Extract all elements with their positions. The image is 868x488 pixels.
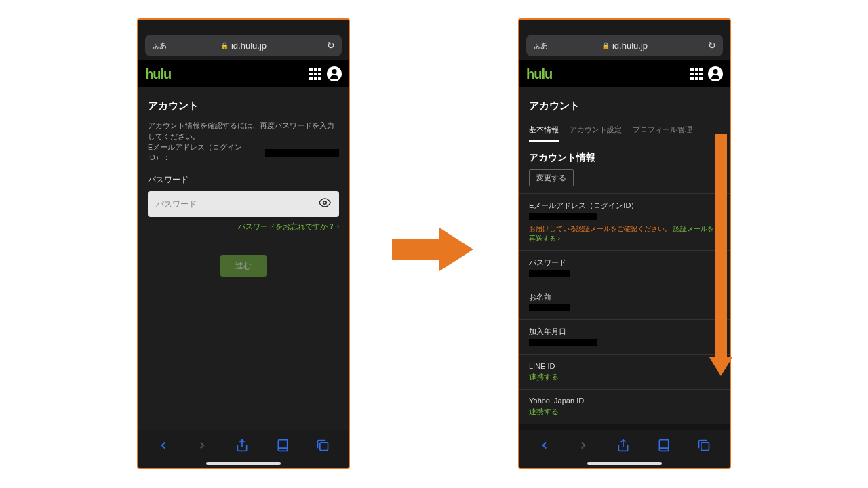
eye-icon[interactable] <box>319 197 331 211</box>
row-line-id: LINE ID 連携する <box>519 354 730 389</box>
redacted-date <box>529 339 597 346</box>
yahoo-link-action[interactable]: 連携する <box>529 407 720 417</box>
safari-toolbar <box>138 430 349 468</box>
svg-point-0 <box>323 201 327 205</box>
tabs-icon[interactable] <box>316 439 330 455</box>
redacted-email <box>529 213 597 220</box>
hulu-logo[interactable]: hulu <box>526 66 552 82</box>
svg-marker-3 <box>392 228 473 271</box>
email-label: Eメールアドレス（ログインID） <box>529 201 720 211</box>
reader-aa-button[interactable]: ぁあ <box>152 41 167 51</box>
forward-icon <box>577 439 589 454</box>
password-input[interactable]: パスワード <box>148 191 339 217</box>
user-icon[interactable] <box>708 66 723 81</box>
line-id-label: LINE ID <box>529 362 720 370</box>
section-divider <box>519 424 730 430</box>
yahoo-id-label: Yahoo! Japan ID <box>529 396 720 405</box>
account-tabs: 基本情報 アカウント設定 プロフィール管理 <box>519 121 730 142</box>
redacted-password <box>529 270 570 277</box>
tab-profile-management[interactable]: プロフィール管理 <box>633 121 692 142</box>
url-text: 🔒 id.hulu.jp <box>220 41 267 51</box>
url-host: id.hulu.jp <box>231 41 267 51</box>
tabs-icon[interactable] <box>697 439 711 455</box>
url-host: id.hulu.jp <box>612 41 648 51</box>
url-bar[interactable]: ぁあ 🔒 id.hulu.jp ↻ <box>526 35 723 56</box>
row-password: パスワード <box>519 250 730 285</box>
url-text: 🔒 id.hulu.jp <box>601 41 648 51</box>
transition-arrow-icon <box>392 228 473 268</box>
bookmarks-icon[interactable] <box>657 439 671 455</box>
row-email: Eメールアドレス（ログインID） お届けしている認証メールをご確認ください。 認… <box>519 193 730 250</box>
row-name: お名前 <box>519 285 730 319</box>
svg-rect-5 <box>701 443 709 451</box>
password-label: パスワード <box>529 258 720 268</box>
redacted-email <box>265 149 339 157</box>
share-icon[interactable] <box>616 439 630 455</box>
phone-screenshot-right: ぁあ 🔒 id.hulu.jp ↻ hulu アカウント 基本情報 アカウント設… <box>518 18 731 469</box>
line-link-action[interactable]: 連携する <box>529 372 720 382</box>
change-button[interactable]: 変更する <box>529 169 574 186</box>
apps-grid-icon[interactable] <box>309 68 321 80</box>
page-title: アカウント <box>138 87 349 121</box>
lock-icon: 🔒 <box>601 42 610 49</box>
user-icon[interactable] <box>327 66 342 81</box>
page-title: アカウント <box>519 87 730 121</box>
email-label: Eメールアドレス（ログインID）： <box>148 142 262 164</box>
forgot-password-link[interactable]: パスワードをお忘れですか？ › <box>138 217 349 232</box>
tab-basic-info[interactable]: 基本情報 <box>529 121 559 142</box>
safari-address-bar-area: ぁあ 🔒 id.hulu.jp ↻ <box>519 20 730 60</box>
verify-warning: お届けしている認証メールをご確認ください。 <box>529 225 671 232</box>
lock-icon: 🔒 <box>220 42 229 49</box>
reload-icon[interactable]: ↻ <box>708 40 716 51</box>
share-icon[interactable] <box>235 439 249 455</box>
safari-address-bar-area: ぁあ 🔒 id.hulu.jp ↻ <box>138 20 349 60</box>
reload-icon[interactable]: ↻ <box>327 40 335 51</box>
row-yahoo-id: Yahoo! Japan ID 連携する <box>519 389 730 424</box>
section-title-account-info: アカウント情報 <box>529 152 720 164</box>
phone-screenshot-left: ぁあ 🔒 id.hulu.jp ↻ hulu アカウント アカウント情報を確認す… <box>137 18 350 469</box>
back-icon[interactable] <box>538 439 551 454</box>
back-icon[interactable] <box>157 439 170 454</box>
account-info-section: アカウント情報 変更する <box>519 142 730 193</box>
app-header: hulu <box>519 60 730 87</box>
tab-account-settings[interactable]: アカウント設定 <box>570 121 622 142</box>
app-header: hulu <box>138 60 349 87</box>
hulu-logo[interactable]: hulu <box>145 66 171 82</box>
page-content-left: アカウント アカウント情報を確認するには、再度パスワードを入力してください。 E… <box>138 87 349 430</box>
row-join-date: 加入年月日 <box>519 319 730 354</box>
safari-toolbar <box>519 430 730 468</box>
join-date-label: 加入年月日 <box>529 327 720 337</box>
svg-rect-2 <box>320 443 328 451</box>
redacted-name <box>529 304 570 311</box>
password-label: パスワード <box>138 163 349 191</box>
submit-button[interactable]: 進む <box>220 255 267 277</box>
bookmarks-icon[interactable] <box>276 439 290 455</box>
name-label: お名前 <box>529 292 720 302</box>
apps-grid-icon[interactable] <box>690 68 703 80</box>
instruction-text: アカウント情報を確認するには、再度パスワードを入力してください。 Eメールアドレ… <box>138 121 349 163</box>
home-indicator[interactable] <box>587 462 662 465</box>
page-content-right: アカウント 基本情報 アカウント設定 プロフィール管理 アカウント情報 変更する… <box>519 87 730 430</box>
scroll-down-arrow-icon <box>709 134 732 380</box>
reader-aa-button[interactable]: ぁあ <box>533 41 548 51</box>
home-indicator[interactable] <box>206 462 281 465</box>
password-placeholder: パスワード <box>156 199 197 210</box>
url-bar[interactable]: ぁあ 🔒 id.hulu.jp ↻ <box>145 35 342 56</box>
forward-icon <box>196 439 208 454</box>
